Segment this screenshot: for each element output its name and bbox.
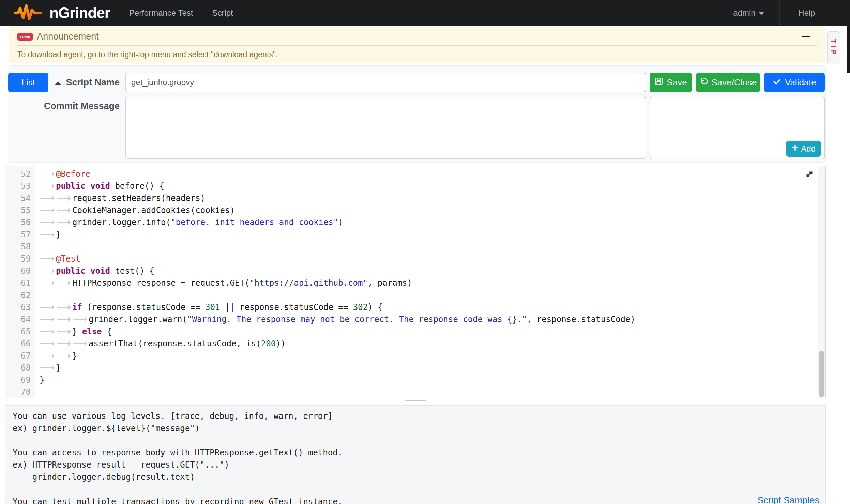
line-number: 60 xyxy=(5,266,35,276)
code-text: request.setHeaders(headers) xyxy=(35,193,205,203)
save-close-button[interactable]: Save/Close xyxy=(696,73,760,92)
code-text: @Before xyxy=(35,169,90,179)
tab-arrow-icon xyxy=(40,315,56,324)
expand-editor-button[interactable] xyxy=(804,169,815,180)
nav-item-performance-test[interactable]: Performance Test xyxy=(129,8,193,18)
tab-arrow-icon xyxy=(56,206,72,215)
save-button[interactable]: Save xyxy=(650,73,692,92)
commit-message-textarea[interactable] xyxy=(125,97,646,159)
tab-arrow-icon xyxy=(40,328,56,336)
code-line: 54request.setHeaders(headers) xyxy=(5,192,818,204)
add-button[interactable]: Add xyxy=(786,141,821,157)
validate-button[interactable]: Validate xyxy=(764,73,825,92)
line-number: 69 xyxy=(5,375,35,385)
line-number: 67 xyxy=(5,351,35,361)
tab-arrow-icon xyxy=(72,340,89,348)
nav-item-help[interactable]: Help xyxy=(780,0,834,26)
admin-dropdown[interactable]: admin xyxy=(717,0,780,26)
expand-icon xyxy=(804,169,815,180)
code-line: 56grinder.logger.info("before. init head… xyxy=(5,216,818,229)
tab-arrow-icon xyxy=(56,194,72,202)
code-text: @Test xyxy=(35,254,80,264)
tab-arrow-icon xyxy=(56,340,72,348)
code-text: grinder.logger.warn("Warning. The respon… xyxy=(35,315,635,324)
new-badge: new xyxy=(17,33,33,41)
tab-arrow-icon xyxy=(56,328,72,336)
code-line: 64grinder.logger.warn("Warning. The resp… xyxy=(5,313,818,326)
code-line: 58 xyxy=(5,241,818,253)
brand-logo[interactable]: nGrinder xyxy=(14,4,110,22)
code-line: 52@Before xyxy=(5,168,818,180)
code-line: 68} xyxy=(5,362,818,374)
code-text: } xyxy=(35,351,77,361)
help-line: ex) HTTPResponse result = request.GET(".… xyxy=(13,459,818,471)
code-line: 55CookieManager.addCookies(cookies) xyxy=(5,204,818,217)
script-form-card: List Script Name Save xyxy=(8,65,826,163)
line-number: 52 xyxy=(5,169,35,179)
editor-scrollbar-thumb[interactable] xyxy=(819,351,824,397)
line-number: 62 xyxy=(5,290,35,300)
tab-arrow-icon xyxy=(72,315,89,324)
code-lines: 52@Before53public void before() {54reque… xyxy=(5,168,818,398)
target-hosts-box[interactable]: Add xyxy=(650,97,825,159)
code-line: 65} else { xyxy=(5,326,818,338)
tab-arrow-icon xyxy=(40,170,56,178)
code-text: assertThat(response.statusCode, is(200)) xyxy=(35,339,286,348)
code-line: 53public void before() { xyxy=(5,180,818,192)
line-number: 70 xyxy=(5,387,35,397)
script-name-label: Script Name xyxy=(8,73,120,92)
code-line: 59@Test xyxy=(5,253,818,265)
line-number: 68 xyxy=(5,363,35,373)
code-line: 62 xyxy=(5,289,818,301)
line-number: 53 xyxy=(5,181,35,191)
line-number: 57 xyxy=(5,230,35,239)
line-number: 56 xyxy=(5,218,35,227)
help-line: You can use various log levels. [trace, … xyxy=(13,410,818,423)
action-buttons: Save Save/Close Validate xyxy=(650,73,825,92)
announcement-header: new Announcement xyxy=(17,31,817,42)
code-line: 67} xyxy=(5,350,818,362)
help-line xyxy=(13,435,818,447)
tab-arrow-icon xyxy=(40,206,56,215)
tab-arrow-icon xyxy=(56,303,72,311)
code-text: if (response.statusCode == 301 || respon… xyxy=(35,302,382,312)
plus-icon xyxy=(791,144,799,154)
editor-resize-handle[interactable] xyxy=(5,398,826,405)
tab-arrow-icon xyxy=(40,279,56,287)
line-number: 54 xyxy=(5,193,35,203)
code-editor[interactable]: 52@Before53public void before() {54reque… xyxy=(5,166,818,398)
commit-message-label: Commit Message xyxy=(8,101,120,111)
tip-tab[interactable]: TIP xyxy=(827,31,840,64)
code-text: grinder.logger.info("before. init header… xyxy=(35,218,343,227)
announcement-divider xyxy=(17,45,817,46)
line-number: 64 xyxy=(5,315,35,324)
help-line: You can test multiple transactions by re… xyxy=(13,496,818,504)
pulse-waveform-icon xyxy=(14,4,46,22)
code-text: public void before() { xyxy=(35,181,164,191)
caret-down-icon xyxy=(759,12,764,15)
tab-arrow-icon xyxy=(56,218,72,226)
code-line: 60public void test() { xyxy=(5,265,818,277)
grip-lines-icon xyxy=(405,399,426,405)
help-text: You can use various log levels. [trace, … xyxy=(13,410,818,504)
tab-arrow-icon xyxy=(40,303,56,311)
tab-arrow-icon xyxy=(40,231,56,239)
tab-arrow-icon xyxy=(40,218,56,226)
line-number: 63 xyxy=(5,302,35,312)
script-samples-link[interactable]: Script Samples xyxy=(757,495,819,504)
nav-item-script[interactable]: Script xyxy=(212,8,233,18)
page: nGrinder Performance Test Script admin H… xyxy=(0,0,850,504)
tab-arrow-icon xyxy=(40,352,56,360)
code-text: } xyxy=(35,230,61,239)
script-name-input[interactable] xyxy=(125,73,646,92)
line-number: 59 xyxy=(5,254,35,264)
tab-arrow-icon xyxy=(56,315,72,324)
line-number: 58 xyxy=(5,242,35,251)
editor-scrollbar-track[interactable] xyxy=(818,166,825,398)
code-text: HTTPResponse response = request.GET("htt… xyxy=(35,278,412,288)
tab-arrow-icon xyxy=(56,352,72,360)
brand-name: nGrinder xyxy=(49,4,110,21)
code-line: 70 xyxy=(5,386,818,398)
minimize-announcement-button[interactable] xyxy=(800,34,812,40)
code-line: 66assertThat(response.statusCode, is(200… xyxy=(5,337,818,350)
